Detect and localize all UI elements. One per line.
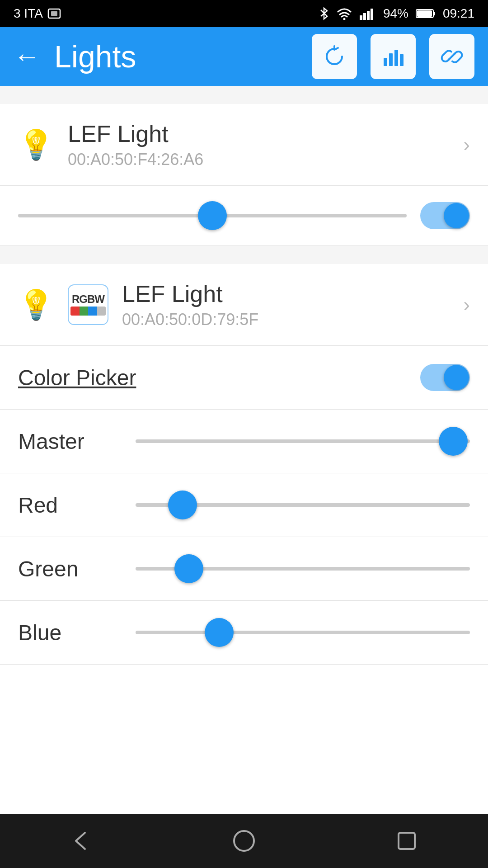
- svg-rect-13: [400, 54, 404, 66]
- green-slider-track: [136, 567, 470, 571]
- refresh-button[interactable]: [312, 34, 357, 79]
- red-slider-track: [136, 503, 470, 507]
- light-icon-2: 💡: [18, 288, 54, 322]
- green-slider-thumb[interactable]: [174, 554, 203, 583]
- time-label: 09:21: [443, 6, 474, 21]
- link-button[interactable]: [429, 34, 474, 79]
- page-title: Lights: [54, 39, 298, 74]
- red-slider-thumb[interactable]: [168, 491, 197, 519]
- nav-home-button[interactable]: [221, 818, 267, 863]
- bottom-nav: [0, 814, 488, 868]
- device-1-chevron: ›: [463, 133, 470, 156]
- device-1-name: LEF Light: [68, 120, 463, 147]
- svg-rect-8: [433, 12, 435, 15]
- bottom-fill: [0, 665, 488, 814]
- nav-home-icon: [230, 827, 258, 854]
- chart-icon: [381, 44, 405, 69]
- green-slider-row: Green: [0, 537, 488, 601]
- rgbw-green: [80, 307, 89, 316]
- signal-icon: [360, 7, 376, 20]
- blue-slider[interactable]: [136, 619, 470, 646]
- master-slider[interactable]: [136, 428, 470, 455]
- svg-point-2: [343, 18, 345, 20]
- status-left: 3 ITA: [14, 6, 61, 21]
- rgbw-red: [70, 307, 80, 316]
- device-2-section: 💡 RGBW LEF Light 00:A0:50:0D:79:5F › Col…: [0, 264, 488, 665]
- blue-label: Blue: [18, 620, 117, 645]
- device-1-slider-row: [0, 186, 488, 246]
- device-1-slider-thumb[interactable]: [198, 201, 227, 230]
- status-right: 94% 09:21: [319, 6, 474, 21]
- color-picker-toggle[interactable]: [420, 364, 470, 391]
- device-1-section: 💡 LEF Light 00:A0:50:F4:26:A6 ›: [0, 104, 488, 246]
- nav-back-button[interactable]: [59, 818, 104, 863]
- blue-slider-thumb[interactable]: [205, 618, 234, 647]
- device-2-chevron: ›: [463, 293, 470, 316]
- red-label: Red: [18, 493, 117, 518]
- svg-rect-1: [51, 11, 57, 16]
- color-picker-row: Color Picker: [0, 346, 488, 410]
- chart-button[interactable]: [371, 34, 416, 79]
- device-1-toggle-knob: [444, 203, 469, 228]
- rgbw-blue: [88, 307, 97, 316]
- svg-rect-6: [371, 9, 373, 20]
- green-label: Green: [18, 557, 117, 581]
- device-1-mac: 00:A0:50:F4:26:A6: [68, 150, 463, 169]
- light-icon-1: 💡: [18, 128, 54, 162]
- svg-rect-5: [367, 11, 370, 20]
- color-picker-label: Color Picker: [18, 365, 420, 390]
- spacer-1: [0, 86, 488, 104]
- nav-recents-icon: [393, 827, 420, 854]
- device-1-toggle[interactable]: [420, 202, 470, 229]
- green-slider[interactable]: [136, 555, 470, 582]
- rgbw-white: [97, 307, 106, 316]
- svg-rect-16: [399, 833, 415, 849]
- wifi-icon: [336, 7, 352, 20]
- master-slider-row: Master: [0, 410, 488, 473]
- device-2-header[interactable]: 💡 RGBW LEF Light 00:A0:50:0D:79:5F ›: [0, 264, 488, 346]
- svg-rect-10: [384, 58, 387, 66]
- nav-back-icon: [68, 827, 95, 854]
- master-slider-track: [136, 439, 470, 443]
- device-2-name: LEF Light: [122, 280, 463, 307]
- device-1-slider-track: [18, 214, 407, 217]
- content: 💡 LEF Light 00:A0:50:F4:26:A6 › 💡 RGB: [0, 86, 488, 814]
- device-1-slider[interactable]: [18, 202, 407, 229]
- bluetooth-icon: [319, 6, 329, 21]
- blue-slider-track: [136, 631, 470, 634]
- svg-rect-9: [417, 10, 432, 17]
- rgbw-label: RGBW: [72, 294, 104, 305]
- sim-icon: [47, 7, 61, 20]
- red-slider[interactable]: [136, 491, 470, 519]
- device-2-info: LEF Light 00:A0:50:0D:79:5F: [122, 280, 463, 329]
- nav-recents-button[interactable]: [384, 818, 429, 863]
- svg-rect-3: [360, 15, 362, 20]
- carrier-label: 3 ITA: [14, 6, 43, 21]
- rgbw-colors: [70, 307, 106, 316]
- device-1-info: LEF Light 00:A0:50:F4:26:A6: [68, 120, 463, 169]
- master-slider-thumb[interactable]: [439, 427, 468, 456]
- status-bar: 3 ITA 94% 09:21: [0, 0, 488, 27]
- device-2-mac: 00:A0:50:0D:79:5F: [122, 310, 463, 329]
- red-slider-row: Red: [0, 473, 488, 537]
- svg-rect-12: [394, 50, 398, 66]
- blue-slider-row: Blue: [0, 601, 488, 665]
- top-bar: ← Lights: [0, 27, 488, 86]
- spacer-2: [0, 246, 488, 264]
- color-picker-toggle-knob: [444, 365, 469, 390]
- svg-rect-11: [389, 53, 393, 66]
- battery-label: 94%: [383, 6, 408, 21]
- refresh-icon: [322, 44, 347, 69]
- svg-line-14: [449, 53, 455, 60]
- battery-icon: [416, 8, 436, 19]
- svg-point-15: [234, 831, 254, 851]
- device-1-header[interactable]: 💡 LEF Light 00:A0:50:F4:26:A6 ›: [0, 104, 488, 186]
- back-button[interactable]: ←: [14, 43, 41, 70]
- rgbw-badge: RGBW: [68, 284, 108, 325]
- link-icon: [440, 44, 464, 69]
- master-label: Master: [18, 429, 117, 454]
- svg-rect-4: [363, 13, 366, 20]
